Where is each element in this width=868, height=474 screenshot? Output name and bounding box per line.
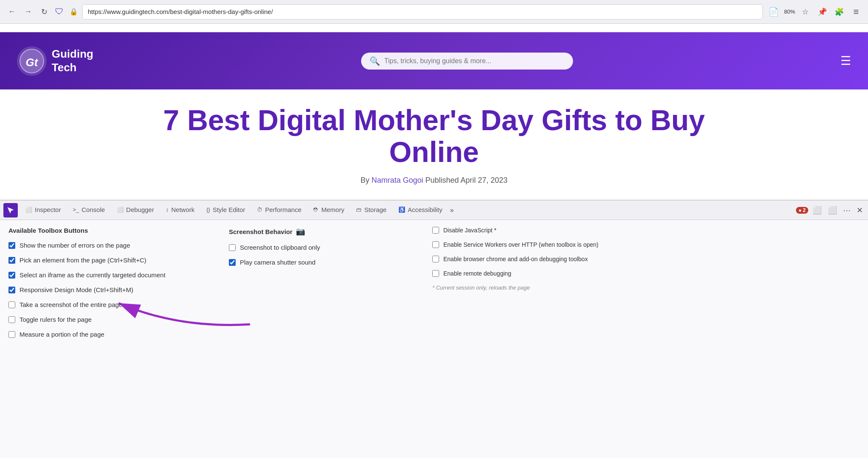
browser-chrome-checkbox[interactable]: [432, 256, 439, 262]
network-tab-icon: ↕: [166, 206, 169, 213]
remote-debugging-checkbox[interactable]: [432, 270, 439, 277]
style-editor-tab-icon: {}: [206, 206, 210, 213]
left-panel: Available Toolbox Buttons Show the numbe…: [8, 227, 212, 452]
inspector-tab-icon: ⬜: [25, 206, 32, 213]
measure-portion-checkbox[interactable]: [8, 331, 15, 338]
error-icon: ●: [798, 207, 801, 213]
accessibility-tab-icon: ♿: [398, 206, 405, 213]
devtools-toolbar: ⬜ Inspector >_ Console ⬜ Debugger ↕ Netw…: [0, 201, 868, 220]
performance-tab-icon: ⏱: [257, 206, 262, 213]
right-panel: Disable JavaScript * Enable Service Work…: [432, 227, 860, 452]
console-tab-icon: >_: [73, 206, 79, 213]
address-bar[interactable]: https://www.guidingtech.com/best-digital…: [82, 4, 763, 20]
tab-console[interactable]: >_ Console: [67, 201, 111, 220]
toggle-rulers-label: Toggle rulers for the page: [19, 316, 92, 323]
browser-chrome-label: Enable browser chrome and add-on debuggi…: [443, 256, 588, 262]
more-tabs-button[interactable]: »: [448, 205, 456, 216]
url-text: https://www.guidingtech.com/best-digital…: [88, 8, 273, 15]
style-editor-tab-label: Style Editor: [213, 206, 245, 213]
clipboard-only-label: Screenshot to clipboard only: [240, 244, 320, 251]
session-note: * Current session only, reloads the page: [432, 284, 860, 291]
screenshot-behavior-label: Screenshot Behavior: [229, 228, 292, 235]
accessibility-tab-label: Accessibility: [408, 206, 442, 213]
checkbox-clipboard-only: Screenshot to clipboard only: [229, 244, 415, 251]
author-link[interactable]: Namrata Gogoi: [371, 176, 423, 184]
shutter-sound-checkbox[interactable]: [229, 259, 236, 266]
tab-style-editor[interactable]: {} Style Editor: [200, 201, 251, 220]
storage-tab-icon: 🗃: [356, 206, 362, 213]
pocket-button[interactable]: 📌: [815, 5, 829, 19]
article-meta: By Namrata Gogoi Published April 27, 202…: [360, 176, 507, 185]
tab-network[interactable]: ↕ Network: [160, 201, 200, 220]
checkbox-shutter-sound: Play camera shutter sound: [229, 259, 415, 266]
tab-debugger[interactable]: ⬜ Debugger: [111, 201, 160, 220]
performance-tab-label: Performance: [265, 206, 301, 213]
memory-tab-icon: ⛑: [313, 206, 319, 213]
responsive-design-checkbox[interactable]: [8, 287, 15, 293]
browser-actions: 📄 80% ☆ 📌 🧩 ≡: [767, 5, 863, 19]
disable-js-label: Disable JavaScript *: [443, 227, 496, 234]
pick-element-checkbox[interactable]: [8, 257, 15, 264]
hamburger-menu-icon[interactable]: ☰: [840, 54, 851, 68]
logo-icon: Gt: [17, 46, 47, 76]
article-area: 7 Best Digital Mother's Day Gifts to Buy…: [0, 89, 868, 200]
shutter-sound-label: Play camera shutter sound: [240, 259, 315, 266]
checkbox-remote-debugging: Enable remote debugging: [432, 270, 860, 277]
select-iframe-checkbox[interactable]: [8, 272, 15, 279]
site-logo: Gt Guiding Tech: [17, 46, 93, 76]
remote-debugging-label: Enable remote debugging: [443, 270, 511, 277]
devtools-right-actions: ● 2 ⬜ ⬜ ⋯ ✕: [796, 204, 865, 217]
error-badge[interactable]: ● 2: [796, 207, 808, 214]
tab-accessibility[interactable]: ♿ Accessibility: [392, 201, 448, 220]
service-workers-label: Enable Service Workers over HTTP (when t…: [443, 241, 598, 248]
middle-panel: Screenshot Behavior 📷 Screenshot to clip…: [229, 227, 415, 452]
reload-button[interactable]: ↻: [37, 5, 51, 19]
debugger-tab-label: Debugger: [126, 206, 154, 213]
screenshot-checkbox[interactable]: [8, 301, 15, 308]
close-devtools-button[interactable]: ✕: [855, 204, 865, 217]
tab-storage[interactable]: 🗃 Storage: [350, 201, 392, 220]
search-input[interactable]: [384, 57, 565, 65]
forward-button[interactable]: →: [21, 5, 35, 19]
console-tab-label: Console: [82, 206, 105, 213]
zoom-level: 80%: [784, 8, 795, 15]
site-search[interactable]: 🔍: [361, 53, 573, 70]
checkbox-disable-js: Disable JavaScript *: [432, 227, 860, 234]
debugger-tab-icon: ⬜: [117, 206, 124, 213]
back-button[interactable]: ←: [5, 5, 19, 19]
service-workers-checkbox[interactable]: [432, 241, 439, 248]
extensions-button[interactable]: 🧩: [832, 5, 846, 19]
page-content: Gt Guiding Tech 🔍 ☰ 7 Best Digital Mothe…: [0, 24, 868, 200]
tab-memory[interactable]: ⛑ Memory: [307, 201, 350, 220]
responsive-design-button[interactable]: ⬜: [811, 204, 823, 217]
dock-button[interactable]: ⬜: [826, 204, 839, 217]
inspector-tab-label: Inspector: [35, 206, 61, 213]
checkbox-service-workers: Enable Service Workers over HTTP (when t…: [432, 241, 860, 248]
svg-text:Gt: Gt: [26, 56, 39, 69]
bookmark-button[interactable]: ☆: [798, 5, 812, 19]
checkbox-select-iframe: Select an iframe as the currently target…: [8, 271, 212, 279]
browser-chrome: ← → ↻ 🛡 🔒 https://www.guidingtech.com/be…: [0, 0, 868, 24]
tab-performance[interactable]: ⏱ Performance: [251, 201, 307, 220]
checkbox-toggle-rulers: Toggle rulers for the page: [8, 316, 212, 323]
element-picker-button[interactable]: [3, 203, 18, 217]
clipboard-only-checkbox[interactable]: [229, 244, 236, 251]
camera-icon: 📷: [296, 227, 305, 236]
checkbox-measure-portion: Measure a portion of the page: [8, 331, 212, 338]
checkbox-responsive-design: Responsive Design Mode (Ctrl+Shift+M): [8, 286, 212, 293]
network-tab-label: Network: [171, 206, 195, 213]
checkbox-browser-chrome: Enable browser chrome and add-on debuggi…: [432, 256, 860, 262]
lock-icon: 🔒: [70, 8, 78, 16]
responsive-design-label: Responsive Design Mode (Ctrl+Shift+M): [19, 286, 133, 293]
overflow-button[interactable]: ⋯: [841, 204, 852, 217]
disable-js-checkbox[interactable]: [432, 227, 439, 234]
screenshot-behavior-title: Screenshot Behavior 📷: [229, 227, 415, 236]
reader-view-button[interactable]: 📄: [767, 5, 781, 19]
tab-inspector[interactable]: ⬜ Inspector: [19, 201, 67, 220]
toggle-rulers-checkbox[interactable]: [8, 316, 15, 323]
memory-tab-label: Memory: [321, 206, 344, 213]
screenshot-label: Take a screenshot of the entire page: [19, 301, 122, 308]
site-header: Gt Guiding Tech 🔍 ☰: [0, 32, 868, 89]
menu-button[interactable]: ≡: [849, 5, 863, 19]
show-errors-checkbox[interactable]: [8, 242, 15, 249]
